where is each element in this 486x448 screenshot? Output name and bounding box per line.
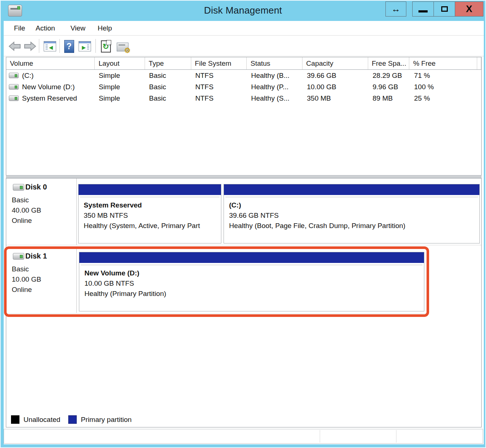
partition-c[interactable]: (C:) 39.66 GB NTFS Healthy (Boot, Page F… <box>224 184 480 243</box>
free-space-cell: 89 MB <box>369 94 410 102</box>
pct-free-cell: 100 % <box>410 83 478 91</box>
column-header-type[interactable]: Type <box>145 57 191 69</box>
layout-cell: Simple <box>95 72 145 80</box>
client-area: File Action View Help ◀ <box>4 21 484 444</box>
disk1-header-panel[interactable]: Disk 1 Basic 10.00 GB Online <box>6 248 77 313</box>
disk0-header-panel[interactable]: Disk 0 Basic 40.00 GB Online <box>6 178 77 245</box>
minimize-icon <box>418 10 428 12</box>
show-console-tree-button[interactable]: ◀ <box>42 39 58 54</box>
volume-list: Volume Layout Type File System Status Ca… <box>6 57 482 176</box>
disk-management-window: Disk Management ↔ X File Action View Hel… <box>0 0 486 448</box>
volume-drive-icon <box>9 95 19 101</box>
status-bar-divider <box>320 430 320 442</box>
status-cell: Healthy (P... <box>247 83 303 91</box>
disk1-size: 10.00 GB <box>12 275 41 283</box>
volume-drive-icon <box>9 84 19 90</box>
column-header-capacity[interactable]: Capacity <box>302 57 368 69</box>
partition-name: System Reserved <box>84 200 216 210</box>
volume-row-d[interactable]: New Volume (D:) Simple Basic NTFS Health… <box>6 81 481 93</box>
refresh-button[interactable]: ↻ <box>98 39 113 54</box>
file-system-cell: NTFS <box>192 94 247 102</box>
refresh-icon: ↻ <box>101 40 111 53</box>
toolbar-separator <box>39 39 39 53</box>
partition-color-bar <box>79 252 424 263</box>
console-tree-icon: ◀ <box>44 41 56 51</box>
menu-file[interactable]: File <box>14 24 25 32</box>
volume-row-system-reserved[interactable]: System Reserved Simple Basic NTFS Health… <box>6 93 481 104</box>
free-space-cell: 28.29 GB <box>369 72 410 80</box>
partition-health: Healthy (Boot, Page File, Crash Dump, Pr… <box>229 221 474 231</box>
capacity-cell: 39.66 GB <box>303 72 369 80</box>
column-header-layout[interactable]: Layout <box>95 57 145 69</box>
disk0-status: Online <box>12 217 32 225</box>
status-cell: Healthy (B... <box>247 72 303 80</box>
resize-button[interactable]: ↔ <box>385 1 406 17</box>
partition-new-volume-d[interactable]: New Volume (D:) 10.00 GB NTFS Healthy (P… <box>79 252 424 311</box>
column-header-file-system[interactable]: File System <box>191 57 247 69</box>
pct-free-cell: 71 % <box>410 72 478 80</box>
graphical-view: Disk 0 Basic 40.00 GB Online System Rese… <box>6 178 482 427</box>
status-bar <box>4 429 483 444</box>
partition-size: 350 MB NTFS <box>84 210 216 221</box>
disk-settings-icon: ⚙ <box>117 43 128 51</box>
status-bar-divider <box>396 430 396 442</box>
partition-health: Healthy (Primary Partition) <box>84 289 419 299</box>
toolbar-separator <box>95 39 96 53</box>
free-space-cell: 9.96 GB <box>369 83 410 91</box>
type-cell: Basic <box>145 72 192 80</box>
maximize-button[interactable] <box>434 1 455 17</box>
disk1-type: Basic <box>12 265 29 273</box>
capacity-cell: 350 MB <box>303 94 369 102</box>
partition-size: 10.00 GB NTFS <box>84 278 419 289</box>
disk1-name: Disk 1 <box>25 252 47 260</box>
partition-system-reserved[interactable]: System Reserved 350 MB NTFS Healthy (Sys… <box>78 184 221 243</box>
back-button[interactable] <box>7 39 22 54</box>
forward-button[interactable] <box>23 39 37 54</box>
column-header-pct-free[interactable]: % Free <box>409 57 477 69</box>
capacity-cell: 10.00 GB <box>303 83 369 91</box>
status-cell: Healthy (S... <box>247 94 303 102</box>
legend-primary-label: Primary partition <box>81 416 131 424</box>
volume-name-cell: New Volume (D:) <box>6 83 95 91</box>
partition-size: 39.66 GB NTFS <box>229 210 474 221</box>
back-arrow-icon <box>8 41 21 52</box>
toolbar: ◀ ? ▶ ↻ <box>4 36 484 57</box>
pane-splitter[interactable] <box>6 176 482 178</box>
disk-drive-icon <box>13 184 24 191</box>
toolbar-separator <box>59 39 60 53</box>
disk0-type: Basic <box>12 196 29 204</box>
close-button[interactable]: X <box>455 1 483 17</box>
title-bar: Disk Management ↔ X <box>1 1 485 21</box>
disk-settings-button[interactable]: ⚙ <box>115 39 131 54</box>
volume-name-cell: (C:) <box>6 72 95 80</box>
menu-bar: File Action View Help <box>4 21 484 36</box>
minimize-button[interactable] <box>412 1 434 17</box>
forward-arrow-icon <box>23 41 37 52</box>
help-button[interactable]: ? <box>62 39 76 54</box>
menu-action[interactable]: Action <box>36 24 55 32</box>
show-action-pane-button[interactable]: ▶ <box>76 39 93 54</box>
disk0-name: Disk 0 <box>25 183 47 191</box>
menu-view[interactable]: View <box>70 24 86 32</box>
action-pane-icon: ▶ <box>79 41 91 51</box>
volume-list-header: Volume Layout Type File System Status Ca… <box>6 57 481 70</box>
menu-help[interactable]: Help <box>98 24 112 32</box>
column-header-free-space[interactable]: Free Spa... <box>368 57 410 69</box>
pct-free-cell: 25 % <box>410 94 478 102</box>
legend-primary-swatch <box>68 415 77 424</box>
volume-row-c[interactable]: (C:) Simple Basic NTFS Healthy (B... 39.… <box>6 70 481 81</box>
legend: Unallocated Primary partition <box>11 415 132 424</box>
partition-color-bar <box>224 184 479 195</box>
resize-arrows-icon: ↔ <box>391 4 400 14</box>
help-icon: ? <box>64 40 74 53</box>
file-system-cell: NTFS <box>192 72 247 80</box>
file-system-cell: NTFS <box>192 83 247 91</box>
volume-drive-icon <box>9 73 19 78</box>
column-header-volume[interactable]: Volume <box>6 57 95 69</box>
disk0-size: 40.00 GB <box>12 206 41 214</box>
layout-cell: Simple <box>95 94 145 102</box>
disk-drive-icon <box>13 253 24 260</box>
column-header-filler <box>477 57 481 69</box>
column-header-status[interactable]: Status <box>247 57 302 69</box>
partition-health: Healthy (System, Active, Primary Part <box>84 221 216 231</box>
